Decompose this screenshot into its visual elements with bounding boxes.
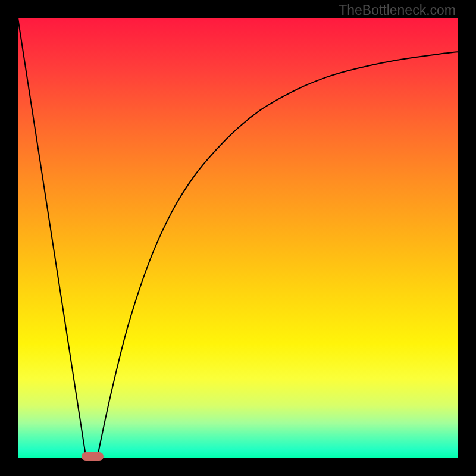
chart-curve (18, 18, 458, 458)
plot-area (18, 18, 458, 458)
watermark-text: TheBottleneck.com (339, 2, 456, 18)
right-branch-path (97, 52, 458, 458)
chart-container: TheBottleneck.com (0, 0, 476, 476)
minimum-marker (82, 452, 104, 461)
left-branch-path (18, 18, 86, 458)
